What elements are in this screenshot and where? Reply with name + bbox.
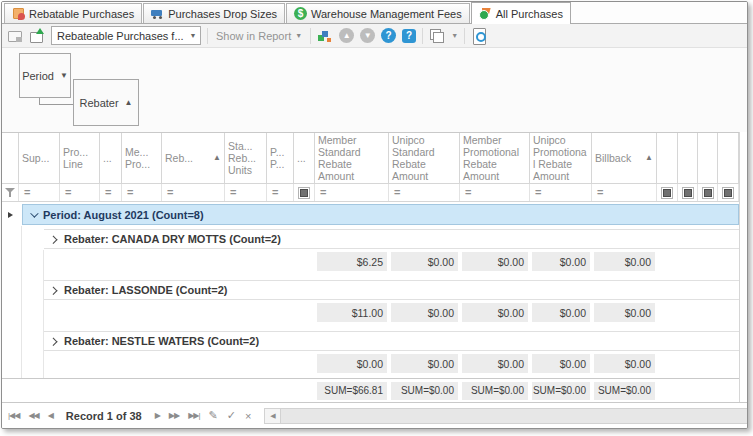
group-row[interactable]: Rebater: CANADA DRY MOTTS (Count=2) <box>44 229 739 249</box>
column-header[interactable]: Unipco Promotional Rebate Amount <box>530 133 592 183</box>
column-header-label: ... <box>103 152 112 164</box>
tab[interactable]: Rebatable Purchases <box>4 3 142 23</box>
filter-cell[interactable]: = <box>267 184 294 201</box>
column-header-label: Member Promotional Rebate Amount <box>463 134 526 182</box>
equals-filter-icon[interactable]: = <box>272 187 278 198</box>
last-record-button[interactable]: ▶▶| <box>188 411 199 420</box>
expand-chevron-icon[interactable] <box>49 337 57 345</box>
column-header[interactable]: Pro... Line <box>60 133 100 183</box>
new-layout-icon[interactable] <box>29 28 45 44</box>
move-down-button[interactable]: ▼ <box>360 28 375 43</box>
next-page-button[interactable]: ▶▶ <box>169 411 179 420</box>
filter-cell[interactable]: = <box>162 184 225 201</box>
equals-filter-icon[interactable]: = <box>24 187 30 198</box>
column-header[interactable]: Sup... <box>19 133 60 183</box>
checkbox-filter-icon[interactable] <box>702 187 714 199</box>
filter-cell[interactable] <box>678 184 698 201</box>
filter-cell[interactable]: = <box>60 184 100 201</box>
column-header[interactable]: ... <box>294 133 315 183</box>
group-row[interactable]: Rebater: LASSONDE (Count=2) <box>44 280 739 300</box>
expand-chevron-icon[interactable] <box>49 235 57 243</box>
column-header[interactable] <box>678 133 698 183</box>
scrollbar-thumb[interactable] <box>281 409 748 423</box>
expand-chevron-icon[interactable] <box>49 286 57 294</box>
horizontal-scrollbar[interactable]: ◀ <box>264 408 748 424</box>
column-header[interactable] <box>718 133 739 183</box>
filter-cell[interactable]: = <box>389 184 460 201</box>
edit-record-button[interactable]: ✎ <box>209 409 218 422</box>
export-icon[interactable] <box>429 28 445 44</box>
scroll-left-icon[interactable]: ◀ <box>265 409 281 423</box>
expand-chevron-icon[interactable] <box>30 209 38 217</box>
group-field-label: Period <box>22 70 54 82</box>
column-header[interactable]: P... P... <box>267 133 294 183</box>
equals-filter-icon[interactable]: = <box>127 187 133 198</box>
column-header[interactable]: Me... Pro... <box>122 133 162 183</box>
column-header[interactable] <box>698 133 718 183</box>
checkbox-filter-icon[interactable] <box>722 187 734 199</box>
tab[interactable]: Purchases Drop Sizes <box>143 3 285 23</box>
combobox-dropdown-icon[interactable]: ▼ <box>186 32 200 39</box>
column-header[interactable] <box>657 133 678 183</box>
column-header[interactable]: Member Promotional Rebate Amount <box>460 133 530 183</box>
equals-filter-icon[interactable]: = <box>535 187 541 198</box>
post-edit-button[interactable]: ✓ <box>227 409 236 422</box>
equals-filter-icon[interactable]: = <box>465 187 471 198</box>
column-header[interactable]: Billback ▲ <box>592 133 657 183</box>
group-field[interactable]: Rebater ▲ <box>73 79 139 126</box>
filter-cell[interactable]: = <box>530 184 592 201</box>
column-header[interactable]: Member Standard Rebate Amount <box>315 133 389 183</box>
total-summary-cell: SUM=$0.00 <box>391 382 458 400</box>
group-row[interactable]: Period: August 2021 (Count=8) <box>22 204 739 225</box>
funnel-filter-icon[interactable] <box>5 188 15 197</box>
move-up-button[interactable]: ▲ <box>339 28 354 43</box>
filter-cell[interactable] <box>657 184 678 201</box>
cancel-edit-button[interactable]: × <box>245 410 251 422</box>
prev-page-button[interactable]: ◀◀ <box>28 411 38 420</box>
filter-cell[interactable] <box>698 184 718 201</box>
column-header[interactable]: Sta... Reb... Units <box>225 133 267 183</box>
checkbox-filter-icon[interactable] <box>661 187 673 199</box>
checkbox-filter-icon[interactable] <box>682 187 694 199</box>
filter-cell[interactable]: = <box>225 184 267 201</box>
equals-filter-icon[interactable]: = <box>65 187 71 198</box>
filter-cell[interactable]: = <box>100 184 122 201</box>
show-in-report-button[interactable]: Show in Report ▼ <box>214 30 304 42</box>
tab[interactable]: Warehouse Management Fees <box>286 3 470 23</box>
feedback-icon[interactable]: ? <box>402 29 416 43</box>
equals-filter-icon[interactable]: = <box>394 187 400 198</box>
next-record-button[interactable]: ▶ <box>155 411 160 420</box>
filter-cell[interactable]: = <box>460 184 530 201</box>
filter-cell[interactable] <box>718 184 739 201</box>
conditional-formatting-icon[interactable] <box>317 28 333 44</box>
first-record-button[interactable]: |◀◀ <box>8 411 19 420</box>
column-header[interactable]: Reb... ▲ <box>162 133 225 183</box>
group-row[interactable]: Rebater: NESTLE WATERS (Count=2) <box>44 331 739 351</box>
prev-record-button[interactable]: ◀ <box>48 411 53 420</box>
filter-cell[interactable]: = <box>19 184 60 201</box>
group-field[interactable]: Period ▼ <box>19 53 71 98</box>
tab-label: Purchases Drop Sizes <box>168 8 277 20</box>
filter-cell[interactable] <box>294 184 315 201</box>
customization-panel-icon[interactable] <box>7 28 23 44</box>
column-header[interactable] <box>2 133 19 183</box>
equals-filter-icon[interactable]: = <box>320 187 326 198</box>
equals-filter-icon[interactable]: = <box>597 187 603 198</box>
filter-cell[interactable]: = <box>315 184 389 201</box>
filter-cell[interactable] <box>2 184 19 201</box>
record-navigator: |◀◀ ◀◀ ◀ Record 1 of 38 ▶ ▶▶ ▶▶| ✎ ✓ × ◀ <box>2 402 747 428</box>
column-header[interactable]: Unipco Standard Rebate Amount <box>389 133 460 183</box>
equals-filter-icon[interactable]: = <box>230 187 236 198</box>
filter-cell[interactable]: = <box>122 184 162 201</box>
column-header-label: Sta... Reb... Units <box>228 140 263 176</box>
checkbox-filter-icon[interactable] <box>298 187 310 199</box>
column-header[interactable]: ... <box>100 133 122 183</box>
equals-filter-icon[interactable]: = <box>167 187 173 198</box>
export-dropdown-icon[interactable]: ▼ <box>451 32 458 39</box>
help-icon[interactable]: ? <box>381 28 396 43</box>
layout-combobox[interactable]: Rebateable Purchases f... ▼ <box>51 26 201 45</box>
equals-filter-icon[interactable]: = <box>105 187 111 198</box>
print-preview-icon[interactable] <box>471 28 487 44</box>
tab[interactable]: All Purchases <box>471 2 571 24</box>
filter-cell[interactable]: = <box>592 184 657 201</box>
